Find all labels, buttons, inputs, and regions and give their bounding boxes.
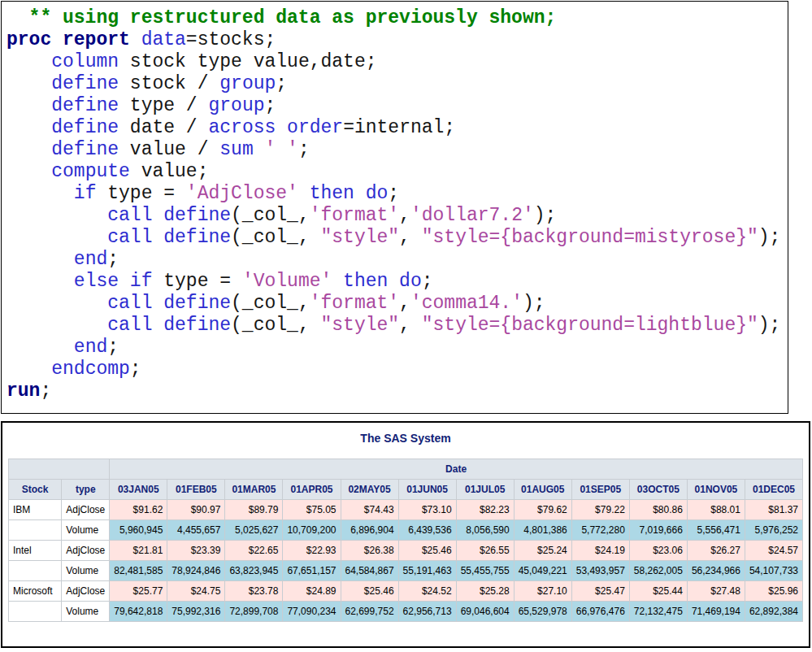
code-line: call define(_col_,'format','dollar7.2');	[7, 205, 783, 227]
code-token: 'format'	[310, 205, 399, 226]
value-cell: 56,234,966	[687, 561, 745, 581]
column-header-row: Stocktype03JAN0501FEB0501MAR0501APR0502M…	[9, 480, 803, 500]
code-token: run	[7, 380, 40, 402]
date-column-header: 03JAN05	[110, 480, 167, 500]
code-line: endcomp;	[7, 359, 783, 380]
code-line: if type = 'AdjClose' then do;	[7, 183, 783, 205]
value-cell: 63,823,945	[225, 561, 283, 581]
table-row: MicrosoftAdjClose$25.77$24.75$23.78$24.8…	[9, 581, 803, 602]
table-row: Volume5,960,9454,455,6575,025,62710,709,…	[9, 520, 803, 541]
date-column-header: 01MAR05	[225, 480, 283, 500]
value-cell: 67,651,157	[283, 561, 341, 581]
output-panel: The SAS System DateStocktype03JAN0501FEB…	[1, 421, 810, 648]
value-cell: 65,529,978	[514, 602, 571, 622]
value-cell: $25.28	[456, 581, 514, 602]
code-token: then do	[343, 271, 422, 292]
code-token: ;	[276, 73, 287, 94]
value-cell: $25.46	[341, 581, 398, 602]
code-line: call define(_col_, "style", "style={back…	[7, 227, 783, 249]
type-column-header: type	[62, 480, 110, 500]
value-cell: $73.10	[398, 500, 456, 520]
value-cell: $24.52	[398, 581, 456, 602]
code-token: "style"	[320, 227, 399, 248]
code-token: ;	[130, 359, 141, 380]
stock-cell: Intel	[9, 541, 62, 561]
code-token: call define	[107, 315, 231, 336]
value-cell: 77,090,234	[283, 602, 341, 622]
code-token: ;	[107, 249, 119, 270]
code-token: ;	[388, 183, 399, 204]
stock-cell: Microsoft	[9, 581, 62, 602]
type-cell: Volume	[62, 561, 110, 581]
code-token	[298, 183, 310, 204]
code-token: type =	[96, 183, 185, 204]
code-token: 'AdjClose'	[186, 183, 298, 204]
code-token: ,	[399, 227, 422, 248]
code-token: (_col_,	[231, 315, 320, 336]
code-token: "style={background=lightblue}"	[422, 315, 758, 336]
code-token: data	[141, 29, 186, 50]
date-header-row: Date	[9, 459, 803, 480]
type-cell: AdjClose	[62, 541, 110, 561]
code-token: );	[523, 293, 545, 314]
corner-cell	[9, 459, 110, 480]
code-token: 'dollar7.2'	[410, 205, 534, 226]
code-token: ** using restructured data as previously…	[7, 7, 556, 28]
value-cell: $26.38	[341, 541, 398, 561]
code-token: value /	[119, 139, 219, 160]
report-table-head: DateStocktype03JAN0501FEB0501MAR0501APR0…	[9, 459, 803, 500]
code-token	[7, 51, 51, 72]
code-token: group	[219, 73, 276, 94]
code-line: ** using restructured data as previously…	[7, 7, 783, 29]
code-token: );	[758, 227, 781, 248]
value-cell: 5,772,280	[571, 520, 629, 541]
code-token	[7, 293, 107, 314]
value-cell: 55,455,755	[456, 561, 514, 581]
date-column-header: 01FEB05	[167, 480, 225, 500]
code-token: 'Volume'	[242, 271, 332, 292]
value-cell: 5,025,627	[225, 520, 283, 541]
value-cell: $25.47	[571, 581, 629, 602]
value-cell: 72,132,475	[629, 602, 687, 622]
stock-column-header: Stock	[9, 480, 62, 500]
value-cell: 5,976,252	[745, 520, 802, 541]
code-token: column	[51, 51, 119, 72]
value-cell: 10,709,200	[283, 520, 341, 541]
code-line: define type / group;	[7, 95, 783, 117]
code-token: ;	[422, 271, 433, 292]
stock-cell: IBM	[9, 500, 62, 520]
value-cell: 8,056,590	[456, 520, 514, 541]
code-token	[332, 271, 343, 292]
code-token	[7, 117, 51, 138]
value-cell: $89.79	[225, 500, 283, 520]
value-cell: 82,481,585	[110, 561, 167, 581]
code-token: define	[51, 73, 119, 94]
code-token: group	[208, 95, 264, 116]
code-token: stock type value,date;	[119, 51, 376, 72]
value-cell: 71,469,194	[687, 602, 745, 622]
date-column-header: 02MAY05	[341, 480, 398, 500]
date-column-header: 03OCT05	[629, 480, 687, 500]
code-line: compute value;	[7, 161, 783, 183]
value-cell: $21.81	[110, 541, 167, 561]
value-cell: 54,107,733	[745, 561, 802, 581]
code-token: call define	[107, 205, 231, 226]
value-cell: $81.37	[745, 500, 802, 520]
code-token: ;	[298, 139, 310, 160]
value-cell: $91.62	[110, 500, 167, 520]
value-cell: $25.24	[514, 541, 571, 561]
stock-cell	[9, 561, 62, 581]
code-token: (_col_,	[231, 227, 320, 248]
value-cell: 62,892,384	[745, 602, 802, 622]
table-row: Volume82,481,58578,924,84663,823,94567,6…	[9, 561, 803, 581]
code-line: run;	[7, 380, 783, 402]
value-cell: $25.77	[110, 581, 167, 602]
report-table-body: IBMAdjClose$91.62$90.97$89.79$75.05$74.4…	[9, 500, 803, 622]
value-cell: $79.22	[571, 500, 629, 520]
code-panel: ** using restructured data as previously…	[1, 1, 788, 414]
code-token: sum	[219, 139, 253, 160]
code-token: stock /	[119, 73, 219, 94]
code-line: end;	[7, 249, 783, 271]
value-cell: 4,455,657	[167, 520, 225, 541]
code-token: then do	[310, 183, 389, 204]
